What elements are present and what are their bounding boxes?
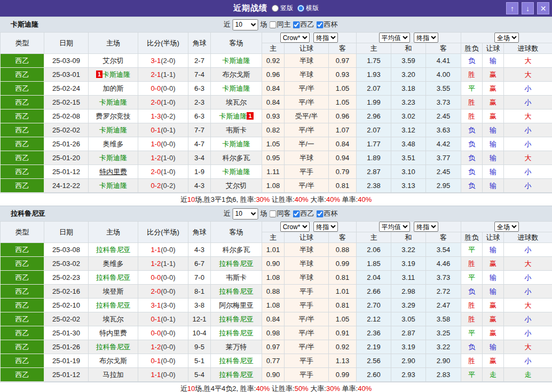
layout-radio-horizontal[interactable]: 横版 bbox=[297, 4, 319, 13]
result-flag: 输 bbox=[490, 287, 496, 295]
fulltime-score: 2-0 bbox=[151, 98, 161, 106]
team-name-text[interactable]: 特内里费 bbox=[99, 168, 127, 176]
result-goals-cell: 走 bbox=[504, 368, 552, 382]
result-flag: 大 bbox=[525, 260, 532, 268]
away-team-cell: 拉科鲁尼亚 bbox=[211, 257, 262, 271]
result-goals-cell: 小 bbox=[504, 285, 552, 299]
layout-radio-vertical[interactable]: 竖版 bbox=[272, 4, 293, 13]
handicap-line-cell: 半球 bbox=[285, 54, 329, 68]
horizontal-layout-radio[interactable] bbox=[297, 5, 304, 12]
col-header: 主场 bbox=[89, 222, 138, 243]
result-goals-cell: 小 bbox=[504, 165, 552, 179]
league-label: 西乙 bbox=[301, 20, 314, 29]
result-flag: 赢 bbox=[490, 301, 496, 309]
sub-col-header: 和 bbox=[391, 43, 426, 54]
recent-count-select[interactable]: 10 bbox=[233, 208, 258, 219]
halftime-score: (3-0) bbox=[161, 301, 175, 309]
corner-cell: 5-4 bbox=[188, 368, 211, 382]
result-flag: 胜 bbox=[468, 301, 475, 309]
cup-checkbox[interactable] bbox=[317, 210, 324, 217]
home-team-cell: 特内里费 bbox=[89, 326, 138, 340]
match-date-cell: 25-02-15 bbox=[44, 96, 89, 109]
summary-text: 让胜率: bbox=[270, 384, 294, 392]
euro-home-odds-cell: 1.93 bbox=[357, 68, 391, 82]
home-team-cell: 费罗尔竞技 bbox=[89, 109, 138, 123]
same-venue-filter[interactable]: 同主 bbox=[270, 20, 291, 29]
result-flag: 大 bbox=[525, 301, 532, 309]
halftime-score: (0-1) bbox=[161, 315, 175, 323]
league-filter[interactable]: 西乙 bbox=[293, 209, 314, 218]
same-venue-filter[interactable]: 同客 bbox=[270, 209, 291, 218]
result-goals-cell: 小 bbox=[504, 123, 552, 137]
handicap-away-odds-cell: 0.81 bbox=[329, 179, 357, 193]
summary-stat-value: 40% bbox=[326, 195, 340, 203]
match-row: 西乙24-12-22卡斯迪隆0-2(0-2)4-3艾尔切1.08平/半0.812… bbox=[1, 179, 552, 193]
result-flag: 负 bbox=[468, 343, 475, 351]
same-venue-checkbox[interactable] bbox=[270, 21, 277, 28]
league-type-cell: 西乙 bbox=[1, 340, 44, 354]
away-team-cell: 韦斯卡 bbox=[211, 123, 262, 137]
league-checkbox[interactable] bbox=[293, 21, 300, 28]
sub-col-header: 客 bbox=[329, 43, 357, 54]
handicap-odds-stage-select[interactable]: 终指 bbox=[313, 33, 338, 43]
league-filter[interactable]: 西乙 bbox=[293, 20, 314, 29]
team-name-text: 卡斯迪隆 bbox=[99, 98, 127, 106]
halftime-score: (0-0) bbox=[161, 273, 175, 281]
result-outcome-cell: 胜 bbox=[461, 299, 483, 312]
euro-home-odds-cell: 2.70 bbox=[357, 299, 391, 312]
recent-count-select[interactable]: 10 bbox=[233, 19, 258, 30]
euro-source-select[interactable]: 平均值 bbox=[379, 222, 410, 232]
col-header: 客场 bbox=[211, 33, 262, 54]
euro-draw-odds-cell: 3.02 bbox=[391, 109, 426, 123]
result-flag: 大 bbox=[525, 343, 532, 351]
move-down-button[interactable]: ↓ bbox=[522, 2, 534, 14]
euro-draw-odds-cell: 2.90 bbox=[391, 354, 426, 368]
vertical-layout-radio[interactable] bbox=[272, 5, 279, 12]
league-type-cell: 西乙 bbox=[1, 96, 44, 109]
cup-checkbox[interactable] bbox=[317, 21, 324, 28]
home-team-cell: 埃瓦尔 bbox=[89, 312, 138, 326]
fulltime-score: 0-1 bbox=[151, 357, 161, 365]
euro-source-select[interactable]: 平均值 bbox=[379, 33, 410, 43]
home-team-cell: 埃登斯 bbox=[89, 285, 138, 299]
team-name: 卡斯迪隆 bbox=[0, 20, 38, 29]
sub-col-header: 客 bbox=[426, 232, 461, 243]
bookmaker-select[interactable]: Crow* bbox=[280, 33, 310, 43]
match-row: 西乙25-02-02埃瓦尔0-1(0-1)12-1拉科鲁尼亚0.84平/半1.0… bbox=[1, 312, 552, 326]
result-flag: 小 bbox=[525, 329, 532, 337]
result-outcome-cell: 负 bbox=[461, 54, 483, 68]
score-cell: 2-0(0-0) bbox=[138, 285, 188, 299]
handicap-away-odds-cell: 0.81 bbox=[329, 299, 357, 312]
match-date-cell: 24-12-22 bbox=[44, 179, 89, 193]
result-scope-select[interactable]: 全场 bbox=[494, 222, 519, 232]
handicap-line-cell: 平/半 bbox=[285, 123, 329, 137]
euro-odds-stage-select[interactable]: 终指 bbox=[414, 222, 438, 232]
team-name-text: 布尔戈斯 bbox=[223, 70, 250, 79]
match-row: 西乙25-02-10拉科鲁尼亚3-1(3-0)3-8阿尔梅里亚1.08平手0.8… bbox=[1, 299, 552, 312]
cup-filter[interactable]: 西杯 bbox=[317, 209, 338, 218]
league-type-cell: 西乙 bbox=[1, 368, 44, 382]
euro-away-odds-cell: 3.63 bbox=[426, 123, 461, 137]
home-team-cell: 加的斯 bbox=[89, 82, 138, 96]
team-name-text: 奥维多 bbox=[103, 140, 124, 148]
league-checkbox[interactable] bbox=[293, 210, 300, 217]
euro-draw-odds-cell: 3.11 bbox=[391, 271, 426, 285]
team-name-text: 布尔戈斯 bbox=[99, 357, 127, 365]
halftime-score: (0-0) bbox=[161, 140, 175, 148]
cup-filter[interactable]: 西杯 bbox=[317, 20, 338, 29]
same-venue-checkbox[interactable] bbox=[270, 210, 277, 217]
team-name-text: 拉科鲁尼亚 bbox=[96, 246, 131, 254]
corner-cell: 3-4 bbox=[188, 151, 211, 165]
corner-cell: 9-5 bbox=[188, 340, 211, 354]
euro-odds-stage-select[interactable]: 终指 bbox=[414, 33, 438, 43]
match-date-cell: 25-02-10 bbox=[44, 299, 89, 312]
halftime-score: (0-1) bbox=[161, 126, 175, 134]
halftime-score: (0-0) bbox=[161, 287, 175, 295]
close-button[interactable]: ✕ bbox=[537, 2, 549, 14]
score-cell: 0-0(0-0) bbox=[138, 326, 188, 340]
result-scope-select[interactable]: 全场 bbox=[494, 33, 519, 43]
match-row: 西乙25-02-02卡斯迪隆0-1(0-1)7-7韦斯卡0.82平/半1.072… bbox=[1, 123, 552, 137]
bookmaker-select[interactable]: Crow* bbox=[280, 222, 310, 232]
move-up-button[interactable]: ↑ bbox=[506, 2, 518, 14]
handicap-odds-stage-select[interactable]: 终指 bbox=[313, 222, 338, 232]
